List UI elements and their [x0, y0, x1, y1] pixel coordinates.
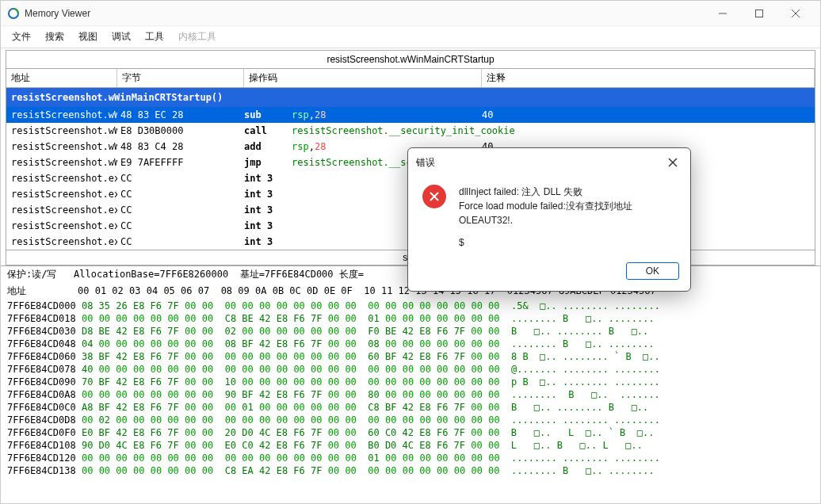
disasm-op: sub — [244, 109, 292, 121]
dialog-titlebar: 错误 — [408, 148, 690, 177]
disasm-addr: resistScreenshot.exe+ — [6, 172, 117, 185]
svg-rect-2 — [756, 10, 763, 17]
disasm-bytes: 48 83 C4 28 — [117, 140, 244, 153]
disasm-bytes: CC — [117, 204, 244, 216]
dialog-footer: OK — [408, 254, 690, 291]
disasm-op: int 3 — [244, 172, 292, 185]
disasm-addr: resistScreenshot.wWir — [6, 156, 117, 169]
col-addr[interactable]: 地址 — [6, 69, 117, 87]
hex-row[interactable]: 7FF6E84CD0D8 00 02 00 00 00 00 00 00 00 … — [7, 414, 814, 426]
hex-row[interactable]: 7FF6E84CD0C0 A8 BF 42 E8 F6 7F 00 00 00 … — [7, 401, 814, 414]
disasm-addr: resistScreenshot.wWir — [6, 124, 117, 137]
hex-row[interactable]: 7FF6E84CD090 70 BF 42 E8 F6 7F 00 00 10 … — [7, 376, 814, 388]
maximize-button[interactable] — [741, 2, 777, 25]
disasm-bytes: E9 7AFEFFFF — [117, 156, 244, 169]
disasm-op: int 3 — [244, 188, 292, 200]
disasm-addr: resistScreenshot.exe+ — [6, 220, 117, 232]
disasm-args: resistScreenshot.__security_init_cookie — [292, 124, 482, 137]
disasm-op: int 3 — [244, 220, 292, 232]
disasm-addr: resistScreenshot.exe+ — [6, 235, 117, 248]
hex-row[interactable]: 7FF6E84CD048 04 00 00 00 00 00 00 00 08 … — [7, 338, 814, 350]
dialog-title: 错误 — [416, 156, 663, 170]
disasm-op: call — [244, 124, 292, 137]
disasm-columns: 地址 字节 操作码 注释 — [6, 69, 815, 88]
menu-search[interactable]: 搜索 — [39, 28, 71, 46]
close-button[interactable] — [777, 2, 814, 25]
hex-row[interactable]: 7FF6E84CD078 40 00 00 00 00 00 00 00 00 … — [7, 363, 814, 376]
disasm-op: add — [244, 140, 292, 153]
disasm-comment: 40 — [482, 109, 815, 121]
dialog-message: dllInject failed: 注入 DLL 失败 Force load m… — [459, 185, 676, 250]
hex-row[interactable]: 7FF6E84CD108 90 D0 4C E8 F6 7F 00 00 E0 … — [7, 439, 814, 452]
hex-row[interactable]: 7FF6E84CD030 D8 BE 42 E8 F6 7F 00 00 02 … — [7, 325, 814, 338]
disasm-comment — [482, 124, 815, 137]
window-controls — [705, 2, 814, 25]
menu-tools[interactable]: 工具 — [139, 28, 170, 46]
error-dialog: 错误 dllInject failed: 注入 DLL 失败 Force loa… — [407, 147, 691, 292]
dialog-close-button[interactable] — [663, 153, 682, 172]
disasm-addr: resistScreenshot.exe+ — [6, 188, 117, 200]
col-opcode[interactable]: 操作码 — [244, 69, 482, 87]
error-icon — [422, 185, 446, 208]
disasm-bytes: CC — [117, 188, 244, 200]
disasm-op: int 3 — [244, 235, 292, 248]
hex-view[interactable]: 7FF6E84CD000 08 35 26 E8 F6 7F 00 00 00 … — [1, 300, 820, 480]
disasm-addr: resistScreenshot.wWir — [6, 109, 117, 121]
window-title: Memory Viewer — [25, 8, 705, 19]
menubar: 文件 搜索 视图 调试 工具 内核工具 — [1, 26, 820, 48]
disasm-op: int 3 — [244, 204, 292, 216]
hex-row[interactable]: 7FF6E84CD000 08 35 26 E8 F6 7F 00 00 00 … — [7, 300, 814, 312]
col-bytes[interactable]: 字节 — [117, 69, 244, 87]
hex-row[interactable]: 7FF6E84CD018 00 00 00 00 00 00 00 00 C8 … — [7, 312, 814, 325]
dialog-line3: $ — [459, 235, 676, 250]
col-comment[interactable]: 注释 — [482, 69, 815, 87]
menu-view[interactable]: 视图 — [72, 28, 104, 46]
ok-button[interactable]: OK — [626, 262, 679, 280]
disasm-bytes: 48 83 EC 28 — [117, 109, 244, 121]
dialog-line1: dllInject failed: 注入 DLL 失败 — [459, 185, 676, 199]
hex-row[interactable]: 7FF6E84CD0F0 E0 BF 42 E8 F6 7F 00 00 20 … — [7, 426, 814, 439]
disasm-args: rsp,28 — [292, 109, 482, 121]
hex-row[interactable]: 7FF6E84CD0A8 00 00 00 00 00 00 00 00 90 … — [7, 388, 814, 401]
disasm-row[interactable]: resistScreenshot.wWirE8 D30B0000callresi… — [6, 123, 815, 139]
disasm-row[interactable]: resistScreenshot.wWir48 83 EC 28subrsp,2… — [6, 107, 815, 123]
menu-file[interactable]: 文件 — [6, 28, 37, 46]
disasm-section-title: resistScreenshot.wWinMainCRTStartup — [6, 50, 815, 69]
dialog-line2: Force load module failed:没有查找到地址OLEAUT32… — [459, 199, 676, 227]
disasm-bytes: CC — [117, 172, 244, 185]
menu-debug[interactable]: 调试 — [105, 28, 137, 46]
minimize-button[interactable] — [705, 2, 741, 25]
function-header[interactable]: resistScreenshot.wWinMainCRTStartup() — [6, 88, 815, 107]
titlebar: Memory Viewer — [1, 1, 820, 26]
hex-row[interactable]: 7FF6E84CD060 38 BF 42 E8 F6 7F 00 00 00 … — [7, 350, 814, 363]
disasm-addr: resistScreenshot.wWir — [6, 140, 117, 153]
disasm-op: jmp — [244, 156, 292, 169]
app-icon — [7, 7, 20, 20]
disasm-bytes: CC — [117, 235, 244, 248]
hex-row[interactable]: 7FF6E84CD120 00 00 00 00 00 00 00 00 00 … — [7, 452, 814, 464]
disasm-bytes: CC — [117, 220, 244, 232]
dialog-body: dllInject failed: 注入 DLL 失败 Force load m… — [408, 177, 690, 254]
hex-row[interactable]: 7FF6E84CD138 00 00 00 00 00 00 00 00 C8 … — [7, 464, 814, 477]
menu-kernel[interactable]: 内核工具 — [172, 28, 223, 46]
disasm-bytes: E8 D30B0000 — [117, 124, 244, 137]
disasm-addr: resistScreenshot.exe+ — [6, 204, 117, 216]
